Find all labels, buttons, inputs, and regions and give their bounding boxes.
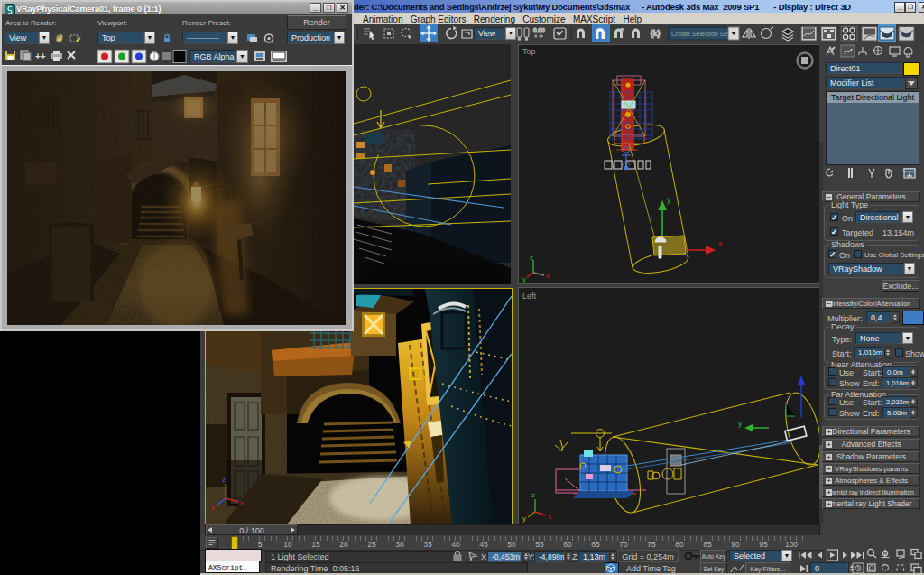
svg-text:45: 45 xyxy=(479,540,488,549)
svg-text:x: x xyxy=(718,239,723,248)
svg-text:5: 5 xyxy=(258,540,263,549)
svg-text:++: ++ xyxy=(35,51,46,61)
svg-text:65: 65 xyxy=(591,540,600,549)
svg-text:Create Selection Set: Create Selection Set xyxy=(671,31,729,37)
svg-text:x: x xyxy=(548,513,551,521)
svg-text:90: 90 xyxy=(731,540,740,549)
svg-text:z: z xyxy=(530,254,533,262)
svg-text:70: 70 xyxy=(619,540,628,549)
svg-text:{k}: {k} xyxy=(651,29,661,38)
svg-text:50: 50 xyxy=(507,540,516,549)
svg-text:85: 85 xyxy=(703,540,712,549)
svg-text:20: 20 xyxy=(339,540,348,549)
svg-text:25: 25 xyxy=(367,540,376,549)
svg-text:0.00: 0.00 xyxy=(533,27,545,33)
svg-text:55: 55 xyxy=(535,540,544,549)
svg-text:30: 30 xyxy=(395,540,404,549)
svg-text:10: 10 xyxy=(283,540,292,549)
svg-text:x: x xyxy=(240,499,244,507)
svg-text:y: y xyxy=(211,503,215,511)
svg-text:Top: Top xyxy=(522,47,536,56)
svg-text:Left: Left xyxy=(522,292,537,301)
svg-text:75: 75 xyxy=(647,540,656,549)
svg-text:x: x xyxy=(546,272,550,280)
svg-text:80: 80 xyxy=(675,540,684,549)
svg-text:60: 60 xyxy=(563,540,572,549)
svg-text:y: y xyxy=(667,195,671,204)
svg-text:y: y xyxy=(738,419,743,428)
svg-text:95: 95 xyxy=(759,540,768,549)
svg-text:z: z xyxy=(531,491,535,499)
svg-text:y: y xyxy=(522,275,526,283)
svg-text:40: 40 xyxy=(451,540,460,549)
svg-text:y: y xyxy=(522,515,526,523)
svg-text:35: 35 xyxy=(423,540,432,549)
svg-text:15: 15 xyxy=(311,540,320,549)
svg-text:z: z xyxy=(222,476,226,484)
svg-text:²: ² xyxy=(621,26,624,32)
